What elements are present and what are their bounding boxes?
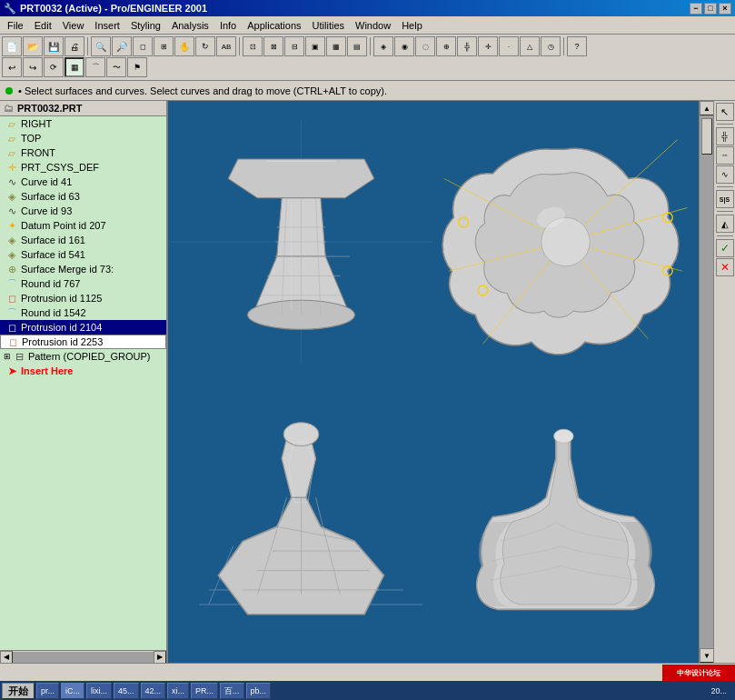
- rt-s1[interactable]: S|S: [716, 190, 734, 208]
- tb-flag[interactable]: ⚑: [127, 57, 147, 77]
- tree-item-protrusion1125[interactable]: ◻ Protrusion id 1125: [0, 291, 166, 305]
- tree-item-front[interactable]: ▱ FRONT: [0, 145, 166, 160]
- tb-curve-tool[interactable]: 〜: [106, 57, 126, 77]
- rt-b3[interactable]: ∿: [716, 165, 734, 184]
- tree-item-csys[interactable]: ✛ PRT_CSYS_DEF: [0, 160, 166, 175]
- menu-edit[interactable]: Edit: [29, 18, 57, 33]
- menu-utilities[interactable]: Utilities: [307, 18, 350, 33]
- rt-cancel[interactable]: ✕: [716, 258, 734, 276]
- taskbar-item-3[interactable]: lixi...: [86, 683, 112, 699]
- tb-view5[interactable]: ▦: [326, 36, 346, 56]
- menu-insert[interactable]: Insert: [89, 18, 125, 33]
- menu-help[interactable]: Help: [396, 18, 428, 33]
- tree-item-surfacemerge73[interactable]: ⊕ Surface Merge id 73:: [0, 262, 166, 276]
- menu-applications[interactable]: Applications: [242, 18, 306, 33]
- tb-undo[interactable]: ↩: [2, 57, 22, 77]
- tb-zoom-box[interactable]: ⊞: [154, 36, 174, 56]
- tb-rotate[interactable]: ↻: [195, 36, 215, 56]
- minimize-button[interactable]: −: [690, 3, 702, 15]
- tb-csys[interactable]: ✛: [478, 36, 498, 56]
- menu-styling[interactable]: Styling: [125, 18, 166, 33]
- taskbar-item-6[interactable]: xi...: [167, 683, 189, 699]
- taskbar-item-2[interactable]: iC...: [61, 683, 84, 699]
- tree-item-surface541[interactable]: ◈ Surface id 541: [0, 247, 166, 262]
- tb-b9[interactable]: △: [520, 36, 540, 56]
- rt-select[interactable]: ↖: [716, 103, 734, 121]
- tree-item-pattern[interactable]: ⊞ ⊟ Pattern (COPIED_GROUP): [0, 349, 166, 364]
- viewport-bottom-left[interactable]: [170, 383, 432, 661]
- start-button[interactable]: 开始: [2, 683, 35, 699]
- tree-item-datum207[interactable]: ✦ Datum Point id 207: [0, 218, 166, 233]
- taskbar-item-7[interactable]: PR...: [191, 683, 218, 699]
- taskbar-item-5[interactable]: 42...: [141, 683, 166, 699]
- tb-save[interactable]: 💾: [44, 36, 64, 56]
- tree-item-protrusion2104[interactable]: ◻ Protrusion id 2104: [0, 320, 166, 335]
- menu-file[interactable]: File: [2, 18, 29, 33]
- tb-shading[interactable]: ◈: [373, 36, 393, 56]
- tb-zoom-fit[interactable]: ◻: [133, 36, 153, 56]
- menu-window[interactable]: Window: [350, 18, 396, 33]
- tb-new[interactable]: 📄: [2, 36, 22, 56]
- scroll-up-btn[interactable]: ▲: [700, 101, 714, 115]
- scroll-right-btn[interactable]: ▶: [154, 651, 166, 664]
- sep3: [370, 37, 371, 55]
- tree-item-right[interactable]: ▱ RIGHT: [0, 116, 166, 131]
- tree-item-round767[interactable]: ⌒ Round id 767: [0, 276, 166, 291]
- tree-item-label: Surface id 541: [21, 249, 85, 260]
- tree-content[interactable]: ▱ RIGHT ▱ TOP ▱ FRONT ✛ PRT_CSYS_DEF ∿ C…: [0, 116, 166, 650]
- tb-regen[interactable]: ⟳: [44, 57, 64, 77]
- tb-hidden[interactable]: ◌: [415, 36, 435, 56]
- tree-item-insert[interactable]: ➤ Insert Here: [0, 364, 166, 378]
- viewport-bottom-right[interactable]: [434, 383, 697, 661]
- menu-info[interactable]: Info: [214, 18, 242, 33]
- tb-pan[interactable]: ✋: [174, 36, 194, 56]
- tb-axis[interactable]: ╬: [457, 36, 477, 56]
- menu-view[interactable]: View: [57, 18, 90, 33]
- viewport-vertical-scrollbar[interactable]: ▲ ▼: [699, 101, 713, 663]
- taskbar-item-8[interactable]: 百...: [220, 683, 244, 699]
- viewport-top-left[interactable]: [170, 103, 432, 381]
- tb-snap[interactable]: ⌒: [85, 57, 105, 77]
- tree-item-round1542[interactable]: ⌒ Round id 1542: [0, 305, 166, 320]
- menu-analysis[interactable]: Analysis: [166, 18, 214, 33]
- scroll-track: [700, 115, 713, 648]
- tb-view2[interactable]: ⊠: [263, 36, 283, 56]
- tb-grid[interactable]: ▦: [65, 57, 84, 77]
- tb-view1[interactable]: ⊡: [243, 36, 263, 56]
- tb-b7[interactable]: AB: [216, 36, 236, 56]
- rt-ok[interactable]: ✓: [716, 239, 734, 257]
- tb-view4[interactable]: ▣: [305, 36, 325, 56]
- scroll-left-btn[interactable]: ◀: [0, 651, 13, 664]
- close-button[interactable]: ×: [719, 3, 731, 15]
- maximize-button[interactable]: □: [704, 3, 717, 15]
- taskbar-item-1[interactable]: pr...: [36, 683, 59, 699]
- surface-icon: ◈: [5, 234, 18, 246]
- tb-view6[interactable]: ▤: [347, 36, 367, 56]
- tb-zoom-out[interactable]: 🔎: [112, 36, 132, 56]
- taskbar-item-9[interactable]: pb...: [246, 683, 272, 699]
- rt-b2[interactable]: ╌: [716, 146, 734, 165]
- rt-grid[interactable]: ╬: [716, 127, 734, 145]
- tree-horizontal-scrollbar[interactable]: ◀ ▶: [0, 650, 166, 663]
- tb-wireframe[interactable]: ◉: [394, 36, 414, 56]
- tb-b10[interactable]: ◷: [541, 36, 561, 56]
- tb-view3[interactable]: ⊟: [284, 36, 304, 56]
- tb-redo[interactable]: ↪: [23, 57, 43, 77]
- rt-surface[interactable]: ◭: [716, 215, 734, 233]
- tree-item-protrusion2253[interactable]: ◻ Protrusion id 2253: [0, 335, 166, 349]
- tree-item-surface161[interactable]: ◈ Surface id 161: [0, 233, 166, 247]
- tree-item-surface63[interactable]: ◈ Surface id 63: [0, 189, 166, 204]
- viewport-top-right[interactable]: [434, 103, 697, 381]
- tree-item-curve93[interactable]: ∿ Curve id 93: [0, 204, 166, 218]
- scroll-thumb[interactable]: [701, 118, 712, 155]
- tb-datum[interactable]: ⊕: [436, 36, 456, 56]
- tb-open[interactable]: 📂: [23, 36, 43, 56]
- tree-item-curve41[interactable]: ∿ Curve id 41: [0, 175, 166, 189]
- tree-item-top[interactable]: ▱ TOP: [0, 131, 166, 145]
- taskbar-item-4[interactable]: 45...: [114, 683, 139, 699]
- scroll-down-btn[interactable]: ▼: [700, 648, 714, 663]
- tb-help[interactable]: ?: [567, 36, 587, 56]
- tb-pts[interactable]: ·: [499, 36, 519, 56]
- tb-print[interactable]: 🖨: [65, 36, 84, 56]
- tb-zoom-in[interactable]: 🔍: [91, 36, 111, 56]
